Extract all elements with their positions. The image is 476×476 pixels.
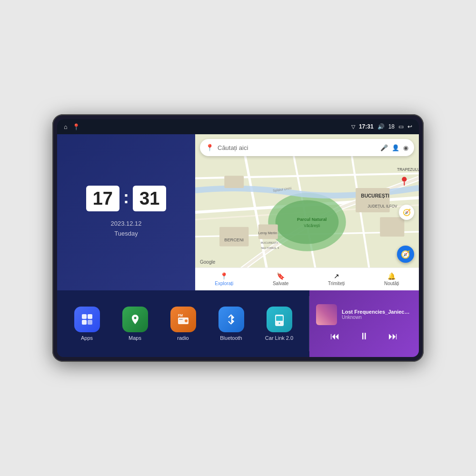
clock-minutes-block: 31 (133, 186, 166, 211)
compass-icon: 🧭 (401, 250, 410, 259)
prev-button[interactable]: ⏮ (328, 329, 342, 344)
map-panel[interactable]: Parcul Natural Văcărești BUCUREȘTI JUDEȚ… (195, 134, 419, 290)
map-locate-button[interactable]: 🧭 (397, 246, 414, 263)
apps-row: Apps Maps (57, 290, 309, 357)
music-details: Lost Frequencies_Janieck Devy-... Unknow… (342, 309, 412, 320)
svg-rect-33 (179, 319, 183, 320)
svg-text:JUDEȚUL ILFOV: JUDEȚUL ILFOV (367, 204, 397, 208)
svg-text:Văcărești: Văcărești (304, 224, 320, 228)
app-item-radio[interactable]: FM radio (167, 307, 200, 341)
bluetooth-icon (218, 307, 244, 332)
bottom-section: Apps Maps (57, 290, 419, 357)
svg-rect-27 (82, 314, 87, 319)
battery-level: 18 (388, 123, 395, 130)
svg-text:TRAPEZULUI: TRAPEZULUI (397, 168, 419, 172)
main-content: 17 : 31 2023.12.12 Tuesday (57, 134, 419, 357)
svg-point-25 (402, 177, 407, 181)
carlink-icon (267, 307, 292, 332)
app-item-apps[interactable]: Apps (70, 307, 104, 341)
svg-rect-10 (219, 227, 248, 247)
maps-nav-icon[interactable]: 📍 (72, 123, 80, 130)
top-section: 17 : 31 2023.12.12 Tuesday (57, 134, 419, 290)
map-search-bar[interactable]: 📍 Căutați aici 🎤 👤 ◉ (200, 139, 414, 156)
explore-icon: 📍 (220, 272, 228, 280)
svg-rect-28 (88, 314, 92, 319)
status-bar: ⌂ 📍 ▽ 17:31 🔊 18 ▭ ↩ (57, 119, 419, 134)
map-svg: Parcul Natural Văcărești BUCUREȘTI JUDEȚ… (195, 134, 419, 290)
svg-text:SECTORUL 4: SECTORUL 4 (261, 246, 279, 249)
app-item-carlink[interactable]: Car Link 2.0 (263, 307, 296, 341)
send-label: Trimiteți (328, 281, 345, 286)
map-bottom-nav: 📍 Explorați 🔖 Salvate ↗ Trimiteți 🔔 (195, 268, 419, 290)
map-nav-news[interactable]: 🔔 Noutăți (384, 272, 399, 286)
map-compass-button[interactable]: 🧭 (399, 205, 414, 220)
app-item-bluetooth[interactable]: Bluetooth (215, 307, 248, 341)
map-nav-saved[interactable]: 🔖 Salvate (273, 272, 288, 286)
svg-text:BERCENI: BERCENI (224, 238, 244, 242)
radio-icon: FM (170, 307, 196, 332)
status-bar-right: ▽ 17:31 🔊 18 ▭ ↩ (351, 123, 412, 130)
map-search-pin-icon: 📍 (206, 144, 214, 151)
svg-rect-14 (224, 176, 244, 188)
saved-icon: 🔖 (277, 272, 285, 280)
svg-rect-29 (82, 320, 87, 325)
device-screen: ⌂ 📍 ▽ 17:31 🔊 18 ▭ ↩ 17 (57, 119, 419, 357)
saved-label: Salvate (273, 281, 288, 286)
google-logo: Google (200, 259, 215, 265)
svg-point-37 (278, 323, 280, 324)
status-bar-left: ⌂ 📍 (64, 123, 80, 130)
clock-date: 2023.12.12 (110, 219, 141, 229)
clock-hours-block: 17 (86, 186, 119, 211)
svg-text:FM: FM (178, 314, 182, 317)
album-art (316, 304, 337, 325)
send-icon: ↗ (334, 272, 339, 280)
music-title: Lost Frequencies_Janieck Devy-... (342, 309, 412, 315)
map-search-actions: 🎤 👤 ◉ (380, 144, 408, 151)
radio-label: radio (177, 335, 188, 341)
clock-date-area: 2023.12.12 Tuesday (110, 219, 141, 239)
svg-rect-30 (88, 320, 92, 325)
svg-text:BUCUREȘTI: BUCUREȘTI (361, 193, 389, 198)
news-label: Noutăți (384, 281, 399, 286)
apps-label: Apps (81, 335, 93, 341)
volume-icon: 🔊 (377, 123, 385, 130)
music-info: Lost Frequencies_Janieck Devy-... Unknow… (316, 304, 412, 325)
clock-day: Tuesday (110, 229, 141, 239)
play-pause-button[interactable]: ⏸ (357, 329, 371, 344)
svg-rect-36 (276, 316, 283, 321)
maps-icon (122, 307, 148, 332)
mic-icon[interactable]: 🎤 (380, 144, 388, 151)
apps-icon (74, 307, 100, 332)
status-time: 17:31 (359, 123, 374, 130)
svg-point-32 (185, 319, 188, 322)
car-head-unit: ⌂ 📍 ▽ 17:31 🔊 18 ▭ ↩ 17 (52, 114, 424, 362)
layers-icon[interactable]: ◉ (403, 144, 408, 151)
map-nav-explore[interactable]: 📍 Explorați (215, 272, 233, 286)
home-icon[interactable]: ⌂ (64, 123, 68, 130)
app-item-maps[interactable]: Maps (119, 307, 152, 341)
explore-label: Explorați (215, 281, 233, 286)
map-search-input[interactable]: Căutați aici (218, 144, 377, 151)
map-nav-send[interactable]: ↗ Trimiteți (328, 272, 345, 286)
music-controls: ⏮ ⏸ ⏭ (316, 329, 412, 344)
news-icon: 🔔 (387, 272, 396, 280)
maps-label: Maps (129, 335, 141, 341)
account-icon[interactable]: 👤 (392, 144, 399, 151)
bluetooth-label: Bluetooth (220, 335, 242, 341)
battery-icon: ▭ (398, 123, 404, 130)
clock-panel: 17 : 31 2023.12.12 Tuesday (57, 134, 195, 290)
svg-point-9 (276, 200, 339, 244)
signal-icon: ▽ (351, 124, 355, 130)
clock-display: 17 : 31 (86, 186, 167, 211)
svg-text:Leroy Merlin: Leroy Merlin (258, 231, 277, 235)
clock-separator: : (123, 189, 129, 206)
next-button[interactable]: ⏭ (387, 329, 400, 344)
svg-text:Parcul Natural: Parcul Natural (297, 217, 327, 222)
clock-hours: 17 (93, 189, 113, 208)
music-artist: Unknown (342, 315, 412, 320)
back-icon[interactable]: ↩ (407, 123, 412, 130)
music-player: Lost Frequencies_Janieck Devy-... Unknow… (309, 290, 419, 357)
svg-rect-13 (380, 217, 404, 237)
svg-text:BUCUREȘTI: BUCUREȘTI (261, 241, 278, 244)
clock-minutes: 31 (139, 189, 159, 208)
